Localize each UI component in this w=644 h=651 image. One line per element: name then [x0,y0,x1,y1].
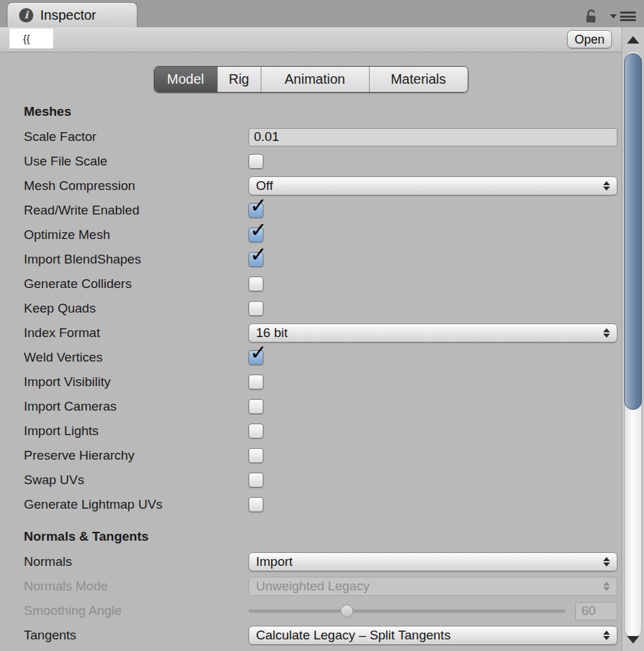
vertical-scrollbar [622,27,644,651]
import-blendshapes-checkbox[interactable]: ✓ [248,252,263,267]
optimize-mesh-checkbox[interactable]: ✓ [248,227,263,242]
row-preserve-hierarchy: Preserve Hierarchy ✓ [0,443,622,468]
row-generate-lightmap-uvs: Generate Lightmap UVs ✓ [0,492,622,517]
field-label: Import BlendShapes [0,252,248,267]
swap-uvs-checkbox[interactable]: ✓ [248,473,263,488]
field-label: Normals [0,554,248,569]
row-swap-uvs: Swap UVs ✓ [0,468,622,492]
field-label: Smoothing Angle [0,603,248,618]
import-tab-bar-wrap: Model Rig Animation Materials [0,52,622,92]
scroll-up-button[interactable] [622,28,644,51]
dropdown-value: 16 bit [256,326,287,340]
field-label: Scale Factor [0,129,248,144]
row-scale-factor: Scale Factor 0.01 [0,125,622,149]
field-label: Preserve Hierarchy [0,448,248,463]
weld-vertices-checkbox[interactable]: ✓ [248,350,263,365]
field-label: Keep Quads [0,301,248,316]
row-read-write-enabled: Read/Write Enabled ✓ [0,198,622,223]
tab-materials[interactable]: Materials [370,67,468,92]
generate-colliders-checkbox[interactable]: ✓ [248,276,263,291]
row-generate-colliders: Generate Colliders ✓ [0,272,622,296]
check-icon: ✓ [250,220,267,240]
field-label: Generate Lightmap UVs [0,497,248,512]
normals-dropdown[interactable]: Import [248,552,617,571]
row-normals-mode: Normals Mode Unweighted Legacy [0,574,622,599]
import-cameras-checkbox[interactable]: ✓ [248,399,263,414]
row-tangents: Tangents Calculate Legacy – Split Tangen… [0,623,622,648]
row-import-blendshapes: Import BlendShapes ✓ [0,247,622,272]
keep-quads-checkbox[interactable]: ✓ [248,301,263,316]
asset-header-toolbar: {{ Open [0,27,622,52]
inspector-tab[interactable]: i Inspector [7,2,138,27]
asset-thumbnail-text: {{ [23,33,30,44]
up-down-arrows-icon [603,181,610,191]
normals-mode-dropdown: Unweighted Legacy [248,577,617,596]
row-weld-vertices: Weld Vertices ✓ [0,345,622,370]
section-header-meshes: Meshes [0,99,622,125]
down-arrow-icon [627,636,639,644]
info-icon: i [19,8,33,22]
import-visibility-checkbox[interactable]: ✓ [248,375,263,390]
field-label: Mesh Compression [0,178,248,193]
row-smoothing-angle: Smoothing Angle 60 [0,599,622,623]
smoothing-angle-slider [248,605,566,618]
up-down-arrows-icon [603,631,610,640]
generate-lightmap-uvs-checkbox[interactable]: ✓ [248,497,263,512]
field-label: Import Lights [0,424,248,439]
dropdown-value: Unweighted Legacy [256,579,370,594]
field-label: Use File Scale [0,154,248,169]
dropdown-value: Calculate Legacy – Split Tangents [256,628,451,643]
row-import-visibility: Import Visibility ✓ [0,370,622,394]
row-import-cameras: Import Cameras ✓ [0,394,622,419]
tab-rig[interactable]: Rig [218,67,261,92]
scroll-down-button[interactable] [622,628,644,651]
index-format-dropdown[interactable]: 16 bit [248,323,617,343]
row-normals: Normals Import [0,550,622,574]
row-mesh-compression: Mesh Compression Off [0,174,622,198]
dropdown-value: Off [256,178,273,193]
scale-factor-input[interactable]: 0.01 [248,128,617,146]
check-icon: ✓ [250,244,267,265]
slider-track [248,609,566,613]
check-icon: ✓ [250,343,267,363]
mesh-compression-dropdown[interactable]: Off [248,176,617,195]
scrollbar-thumb[interactable] [624,53,642,410]
use-file-scale-checkbox[interactable]: ✓ [248,154,263,169]
field-label: Weld Vertices [0,350,248,365]
check-icon: ✓ [250,195,267,216]
field-label: Import Visibility [0,375,248,390]
field-label: Import Cameras [0,399,248,414]
up-arrow-icon [627,36,639,44]
asset-thumbnail: {{ [10,29,53,48]
up-down-arrows-icon [603,557,610,567]
field-label: Normals Mode [0,579,248,594]
field-label: Index Format [0,326,248,340]
tab-animation[interactable]: Animation [261,67,370,92]
row-import-lights: Import Lights ✓ [0,419,622,443]
row-index-format: Index Format 16 bit [0,321,622,345]
tab-model[interactable]: Model [155,67,218,92]
read-write-enabled-checkbox[interactable]: ✓ [248,203,263,218]
tangents-dropdown[interactable]: Calculate Legacy – Split Tangents [248,626,617,645]
import-lights-checkbox[interactable]: ✓ [248,424,263,439]
titlebar-controls [585,9,636,27]
import-tab-bar: Model Rig Animation Materials [154,66,468,93]
row-optimize-mesh: Optimize Mesh ✓ [0,223,622,247]
row-keep-quads: Keep Quads ✓ [0,296,622,321]
window-titlebar: i Inspector [0,0,644,27]
section-header-normals-tangents: Normals & Tangents [0,524,622,550]
inspector-tab-label: Inspector [40,7,96,23]
model-importer-panel: Model Rig Animation Materials Meshes Sca… [0,52,622,651]
smoothing-angle-value-field: 60 [575,602,617,620]
field-label: Swap UVs [0,473,248,488]
preserve-hierarchy-checkbox[interactable]: ✓ [248,448,263,463]
menu-triangle-icon [610,14,617,18]
menu-lines-icon [620,12,636,21]
field-label: Tangents [0,628,248,643]
row-use-file-scale: Use File Scale ✓ [0,149,622,174]
slider-thumb [340,605,353,618]
field-label: Optimize Mesh [0,227,248,242]
unlock-icon[interactable] [585,9,598,27]
open-button[interactable]: Open [567,30,612,48]
panel-menu-icon[interactable] [610,9,636,21]
